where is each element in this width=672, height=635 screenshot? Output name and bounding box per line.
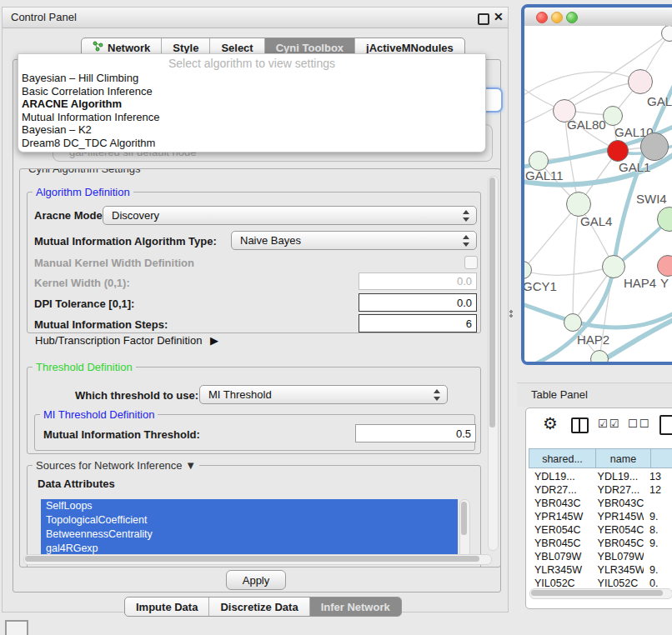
- tab-impute-data[interactable]: Impute Data: [125, 598, 209, 616]
- which-threshold-combo[interactable]: MI Threshold: [199, 385, 448, 404]
- scrollbar-thumb[interactable]: [461, 502, 467, 535]
- mi-steps-field[interactable]: 6: [359, 314, 477, 332]
- column-layout-icon[interactable]: [571, 418, 589, 433]
- node-label: GAL11: [525, 168, 564, 182]
- table-row[interactable]: YDL19...YDL19...13: [529, 470, 672, 483]
- table-panel-window: ⚙ ☑☑ ☐☐ shared... name YDL19...YDL19...1…: [525, 408, 672, 609]
- tab-network-label: Network: [108, 42, 150, 54]
- collapse-down-icon[interactable]: ▼: [185, 459, 196, 472]
- table-row[interactable]: YLR345WYLR345W9.: [529, 563, 672, 577]
- network-window-titlebar[interactable]: [524, 8, 672, 27]
- aracne-mode-combo[interactable]: Discovery: [103, 206, 477, 225]
- scrollbar-thumb[interactable]: [25, 556, 479, 562]
- network-node-gal[interactable]: [628, 69, 653, 94]
- network-node-gal1[interactable]: [607, 140, 629, 162]
- docked-panel-icon[interactable]: [5, 620, 28, 635]
- tab-style-label: Style: [173, 42, 198, 54]
- control-panel-title: Control Panel: [11, 11, 77, 23]
- window-minimize-icon[interactable]: [551, 12, 563, 23]
- network-canvas[interactable]: GALGAL80GAL10GAL1GAL11SWI4GAL4GCY1HAP4YH…: [524, 26, 672, 365]
- export-table-icon[interactable]: [659, 415, 672, 435]
- data-attributes-list[interactable]: SelfLoopsTopologicalCoefficientBetweenne…: [41, 499, 458, 556]
- mi-threshold-label: Mutual Information Threshold:: [43, 428, 200, 441]
- control-panel: Control Panel ✕ Network Style: [2, 7, 509, 612]
- table-cell: 9.: [644, 563, 672, 577]
- settings-horizontal-scrollbar[interactable]: [23, 554, 492, 565]
- node-label: HAP4: [624, 276, 656, 290]
- table-row[interactable]: YPR145WYPR145W9.: [529, 510, 672, 523]
- mi-type-combo[interactable]: Naive Bayes: [231, 231, 477, 250]
- split-divider-grip[interactable]: [509, 309, 514, 318]
- column-header-name[interactable]: name: [595, 448, 650, 468]
- dpi-tolerance-field[interactable]: 0.0: [359, 293, 477, 312]
- tab-infer-network[interactable]: Infer Network: [310, 598, 401, 616]
- window-close-icon[interactable]: [536, 12, 548, 23]
- algorithm-option[interactable]: Mutual Information Inference: [18, 111, 485, 124]
- network-node[interactable]: [640, 132, 669, 161]
- algorithm-option[interactable]: ARACNE Algorithm: [18, 98, 485, 111]
- sources-group: Sources for Network Inference ▼ Data Att…: [27, 465, 481, 568]
- table-cell: YBR045C: [529, 537, 592, 550]
- threshold-definition-title: Threshold Definition: [33, 361, 136, 373]
- column-header-shared-name[interactable]: shared...: [529, 448, 595, 468]
- network-tab-icon: [93, 41, 103, 54]
- select-all-checkboxes-icon[interactable]: ☑☑: [598, 418, 620, 430]
- algorithm-option[interactable]: Basic Correlation Inference: [18, 85, 485, 98]
- table-cell: YIL052C: [592, 577, 644, 587]
- table-row[interactable]: YDR27...YDR27...12: [529, 483, 672, 497]
- settings-group-title: Cyni Algorithm Settings: [25, 168, 143, 175]
- table-cell: YLR345W: [592, 563, 644, 577]
- node-label: GCY1: [524, 279, 557, 293]
- attributes-list-scrollbar[interactable]: [459, 499, 470, 558]
- close-icon[interactable]: ✕: [494, 10, 504, 23]
- manual-kernel-checkbox[interactable]: [464, 256, 478, 269]
- scrollbar-thumb[interactable]: [489, 178, 495, 428]
- algorithm-option[interactable]: Bayesian – Hill Climbing: [18, 72, 485, 85]
- scrollbar-thumb[interactable]: [531, 590, 663, 596]
- table-cell: YPR145W: [529, 510, 592, 523]
- network-node[interactable]: [590, 350, 609, 365]
- mi-threshold-field[interactable]: 0.5: [355, 424, 476, 442]
- data-attribute-item[interactable]: TopologicalCoefficient: [41, 513, 458, 528]
- float-panel-icon[interactable]: [478, 13, 489, 25]
- table-horizontal-scrollbar[interactable]: [529, 588, 672, 599]
- tab-infer-network-label: Infer Network: [321, 601, 390, 613]
- network-node-gal4[interactable]: [566, 192, 591, 217]
- combo-stepper-icon: [434, 389, 441, 401]
- algorithm-option[interactable]: Dream8 DC_TDC Algorithm: [18, 137, 485, 150]
- kernel-width-field[interactable]: 0.0: [359, 272, 477, 290]
- which-threshold-value: MI Threshold: [208, 388, 272, 401]
- settings-vertical-scrollbar[interactable]: [488, 176, 499, 551]
- table-row[interactable]: YBL079WYBL079W: [529, 550, 672, 563]
- table-row[interactable]: YER054CYER054C8.: [529, 523, 672, 537]
- tab-discretize-data-label: Discretize Data: [220, 601, 298, 613]
- table-cell: YPR145W: [592, 510, 644, 523]
- dpi-tolerance-value: 0.0: [457, 297, 472, 309]
- data-attribute-item[interactable]: SelfLoops: [41, 499, 458, 513]
- data-attribute-item[interactable]: BetweennessCentrality: [41, 528, 458, 542]
- deselect-all-checkboxes-icon[interactable]: ☐☐: [628, 418, 650, 430]
- tab-discretize-data[interactable]: Discretize Data: [209, 598, 309, 616]
- dpi-tolerance-label: DPI Tolerance [0,1]:: [34, 298, 134, 310]
- window-zoom-icon[interactable]: [566, 12, 578, 23]
- table-cell: YDR27...: [592, 483, 644, 497]
- table-row[interactable]: YBR043CYBR043C: [529, 497, 672, 510]
- algorithm-definition-title: Algorithm Definition: [33, 186, 133, 198]
- column-header-partial[interactable]: [650, 448, 672, 468]
- bottom-tabs: Impute Data Discretize Data Infer Networ…: [124, 597, 402, 617]
- table-row[interactable]: YIL052CYIL052C0.: [529, 577, 672, 587]
- aracne-mode-label: Aracne Mode:: [34, 209, 106, 222]
- table-cell: YBL079W: [592, 550, 644, 563]
- hub-definition-expander[interactable]: Hub/Transcription Factor Definition ▶: [35, 334, 218, 347]
- network-node-gal10[interactable]: [603, 106, 623, 126]
- table-cell: 0.: [644, 577, 672, 587]
- table-cell: [644, 550, 672, 563]
- table-panel-titlebar[interactable]: Table Panel: [517, 382, 672, 407]
- control-panel-titlebar[interactable]: Control Panel ✕: [3, 8, 508, 28]
- table-row[interactable]: YBR045CYBR045C9.: [529, 537, 672, 550]
- mi-type-value: Naive Bayes: [240, 234, 301, 247]
- gear-icon[interactable]: ⚙: [543, 413, 558, 433]
- network-node-hap2[interactable]: [564, 313, 582, 332]
- network-node-hap4[interactable]: [602, 255, 625, 278]
- algorithm-option[interactable]: Bayesian – K2: [18, 123, 485, 137]
